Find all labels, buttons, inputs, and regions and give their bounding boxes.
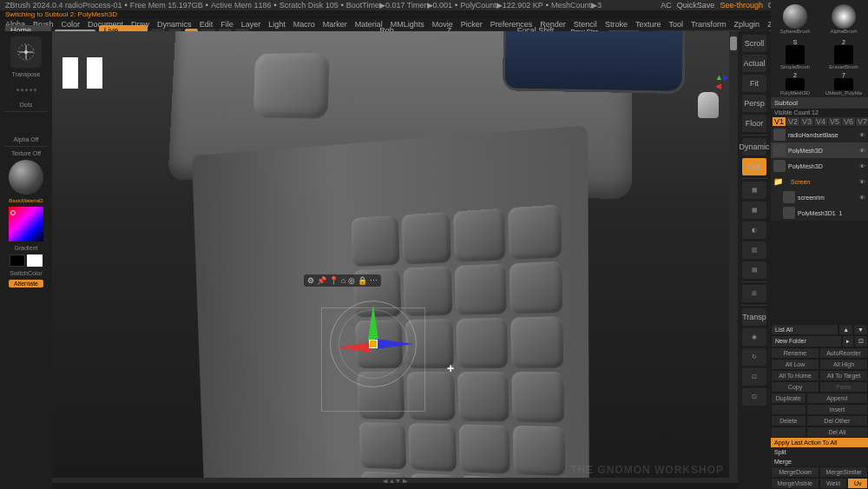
eye-icon: 👁 xyxy=(859,195,865,201)
fit-icon[interactable]: Fit xyxy=(742,75,766,92)
watermark: THE GNOMON WORKSHOP xyxy=(570,464,724,476)
stroke-dots[interactable] xyxy=(9,81,43,98)
polymesh-tool[interactable]: 2PolyMesh3D xyxy=(771,69,819,97)
texture-off-label[interactable]: Texture Off xyxy=(11,150,41,156)
alphabrush-tool[interactable]: AlphaBrush xyxy=(819,0,868,38)
menu-item[interactable]: Stroke xyxy=(605,20,628,29)
status-subline: Switching to Subtool 2: PolyMesh3D xyxy=(0,10,868,19)
subtool-item[interactable]: PolyMesh3D1_1 xyxy=(771,205,868,221)
shelf-panel: Scroll Actual Fit Persp Floor Dynamic Gr… xyxy=(738,31,771,489)
down-arrow-icon[interactable]: ▼ xyxy=(853,324,868,335)
gizmo-x-axis xyxy=(375,339,414,349)
transpose-icon[interactable] xyxy=(10,36,42,68)
subtool-folder[interactable]: 📁2Screen👁 xyxy=(771,174,868,189)
pin-icon: 📌 xyxy=(317,276,326,285)
alternate-button[interactable]: Alternate xyxy=(9,280,43,287)
nav-head[interactable] xyxy=(691,92,726,135)
gradient-label[interactable]: Gradient xyxy=(15,245,38,251)
nav-axes[interactable]: ▲▶◀ xyxy=(715,73,729,90)
shelf-icon[interactable]: ◉ xyxy=(742,328,766,346)
transp-icon[interactable]: Transp xyxy=(742,308,766,326)
new-folder-button[interactable]: New Folder xyxy=(771,335,842,347)
arrow-icon[interactable]: ▸ xyxy=(842,335,854,347)
model-view[interactable] xyxy=(52,31,738,483)
title-bar: ZBrush 2024.0.4 radioProcess-01 • Free M… xyxy=(0,0,868,10)
lock-icon: 🔒 xyxy=(358,276,367,285)
model-side-button xyxy=(253,53,330,119)
list-all-button[interactable]: List All xyxy=(771,324,838,335)
menu-item[interactable]: File xyxy=(220,20,233,29)
seethrough-label[interactable]: See-through xyxy=(720,1,763,10)
eye-icon: 👁 xyxy=(859,179,865,185)
shelf-icon[interactable]: ▤ xyxy=(742,261,766,279)
visibility-tabs[interactable]: V1V2V3V4 V5V6V7V8 xyxy=(771,116,868,127)
cursor-crosshair: + xyxy=(447,361,454,375)
quicksave-button[interactable]: QuickSave xyxy=(677,1,715,10)
menu-item[interactable]: Color xyxy=(62,20,81,29)
up-arrow-icon[interactable]: ▲ xyxy=(838,324,853,335)
spherebrush-tool[interactable]: SphereBrush xyxy=(771,0,819,38)
viewport[interactable]: ⚙📌📍 ⌂◎🔒⋯ + ▲▶◀ ◀ ▲▼ ▶ THE GNOMON WORKSHO… xyxy=(52,31,738,483)
material-sphere[interactable] xyxy=(9,160,43,195)
menu-item[interactable]: Edit xyxy=(200,20,214,29)
gizmo-toolbar[interactable]: ⚙📌📍 ⌂◎🔒⋯ xyxy=(304,274,381,287)
floor-icon[interactable]: Floor xyxy=(742,115,766,132)
rename-button[interactable]: Rename xyxy=(771,347,819,359)
color-picker[interactable] xyxy=(9,207,43,241)
more-icon: ⋯ xyxy=(370,276,378,285)
color-swatches[interactable] xyxy=(10,254,43,267)
eye-icon: 👁 xyxy=(859,163,865,169)
subtool-item[interactable]: screenrim👁 xyxy=(771,189,868,205)
menu-item[interactable]: Marker xyxy=(323,20,347,29)
gizmo-z-axis xyxy=(337,342,372,353)
menu-item[interactable]: Dynamics xyxy=(157,20,192,29)
model-screen xyxy=(503,31,686,94)
subtool-list: radioHandsetBase👁 PolyMesh3D👁 PolyMesh3D… xyxy=(771,127,868,221)
autoreorder-button[interactable]: AutoReorder xyxy=(819,347,868,359)
switch-color[interactable]: SwitchColor xyxy=(10,270,42,276)
horizontal-scrollbar[interactable]: ◀ ▲▼ ▶ xyxy=(52,478,738,483)
menu-item[interactable]: Transform xyxy=(691,20,727,29)
split-header[interactable]: Split xyxy=(771,447,868,457)
material-label[interactable]: BasicMaterial2 xyxy=(9,198,43,203)
shelf-icon[interactable]: ↻ xyxy=(742,348,766,366)
delete-header[interactable]: Delete xyxy=(771,415,806,426)
umesh-tool[interactable]: 7UMesh_PolyMe xyxy=(819,69,868,97)
menu-item[interactable]: Light xyxy=(268,20,286,29)
scroll-icon[interactable]: Scroll xyxy=(742,35,766,52)
duplicate-header[interactable]: Duplicate xyxy=(771,393,806,404)
actual-icon[interactable]: Actual xyxy=(742,55,766,72)
subtool-item[interactable]: radioHandsetBase👁 xyxy=(771,127,868,142)
shelf-icon[interactable]: ▦ xyxy=(742,182,766,199)
shelf-icon[interactable]: ⊡ xyxy=(742,368,766,386)
home-icon: ⌂ xyxy=(341,276,345,285)
shelf-icon[interactable]: ⊡ xyxy=(742,388,766,406)
grp-icon[interactable]: Grp xyxy=(742,158,766,175)
subtool-item[interactable]: PolyMesh3D👁 xyxy=(771,142,868,158)
vertical-scrollbar[interactable] xyxy=(729,31,738,483)
menu-item[interactable]: Macro xyxy=(293,20,315,29)
marker-icon: 📍 xyxy=(329,276,339,285)
shelf-icon[interactable]: ▦ xyxy=(742,202,766,219)
menu-item[interactable]: Texture xyxy=(635,20,661,29)
visible-count: Visible Count 12 xyxy=(771,109,868,116)
thumbnail-overlay xyxy=(62,57,102,89)
alpha-off-label[interactable]: Alpha Off xyxy=(13,136,38,142)
menu-item[interactable]: Layer xyxy=(241,20,261,29)
undo-action[interactable]: Apply Last Action To All xyxy=(771,438,868,447)
shelf-icon[interactable]: ⊞ xyxy=(742,285,766,302)
eye-icon: 👁 xyxy=(859,148,865,154)
subtool-header[interactable]: Subtool xyxy=(771,97,868,109)
merge-header[interactable]: Merge xyxy=(771,457,868,466)
menu-item[interactable]: Tool xyxy=(668,20,683,29)
dynamic-icon[interactable]: Dynamic xyxy=(742,138,766,155)
gizmo-y-axis xyxy=(368,305,378,340)
shelf-icon[interactable]: ◐ xyxy=(742,221,766,239)
simplebrush-tool[interactable]: SSimpleBrush xyxy=(771,38,819,69)
transform-gizmo[interactable] xyxy=(330,301,417,387)
subtool-item[interactable]: PolyMesh3D👁 xyxy=(771,158,868,174)
left-panel: Transpose Dots Alpha Off Texture Off Bas… xyxy=(0,31,52,489)
eraserbrush-tool[interactable]: 2EraserBrush xyxy=(819,38,868,69)
persp-icon[interactable]: Persp xyxy=(742,95,766,112)
shelf-icon[interactable]: ▥ xyxy=(742,241,766,259)
